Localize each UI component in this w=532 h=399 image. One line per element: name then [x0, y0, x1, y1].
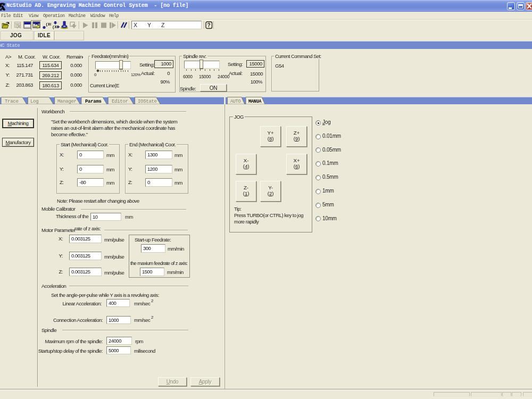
svg-text:AUTO: AUTO: [230, 99, 240, 104]
svg-text:MANUA: MANUA: [248, 99, 262, 104]
svg-text:Manager: Manager: [57, 99, 77, 104]
svg-text:Params: Params: [85, 99, 102, 104]
svg-text:Log: Log: [30, 99, 38, 104]
svg-text:?: ?: [207, 22, 211, 28]
svg-text:(X0: (X0: [46, 22, 52, 27]
svg-text:IOState: IOState: [138, 99, 157, 104]
svg-text:Trace: Trace: [5, 99, 19, 104]
svg-text:Editor: Editor: [112, 99, 128, 104]
